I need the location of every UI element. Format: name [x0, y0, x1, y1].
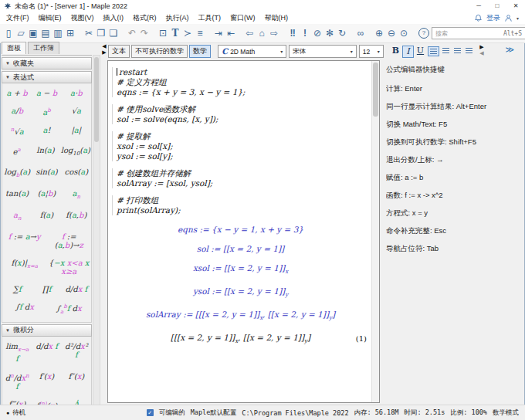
- palette-item[interactable]: ab: [32, 102, 61, 121]
- palette-item[interactable]: a!: [32, 121, 61, 141]
- search-input[interactable]: 搜索 Alt+S: [432, 27, 525, 39]
- palette-item[interactable]: ∑f: [2, 280, 32, 298]
- palette-item[interactable]: f(x)|x=a: [2, 254, 47, 280]
- mode-button-math[interactable]: 数学: [189, 45, 211, 58]
- maximize-button[interactable]: □: [488, 0, 506, 12]
- zoom-default-icon[interactable]: ⊙: [398, 25, 410, 41]
- worksheet-scrollbar[interactable]: [371, 61, 379, 402]
- debug-icon[interactable]: ✻: [323, 25, 336, 41]
- section-header-favorites[interactable]: ▼收藏夹: [2, 57, 92, 69]
- close-button[interactable]: ✕: [506, 0, 525, 12]
- palette-item[interactable]: ea: [2, 141, 31, 163]
- palette-item[interactable]: f(a,b): [62, 206, 91, 228]
- back-icon[interactable]: ⇦: [243, 25, 256, 41]
- palette-item[interactable]: log10(a): [60, 141, 91, 163]
- execute-icon[interactable]: !: [299, 25, 311, 41]
- code-line[interactable]: sol := solve(eqns, [x, y]);: [117, 114, 369, 124]
- palette-item[interactable]: ∫f dx: [2, 298, 47, 321]
- menu-item-evaluate[interactable]: 执行(A): [161, 13, 194, 23]
- minimize-button[interactable]: ─: [469, 0, 488, 12]
- tab-workbook[interactable]: 工作簿: [28, 42, 59, 54]
- code-line[interactable]: # 创建数组并存储解: [117, 168, 369, 178]
- undo-icon[interactable]: ↶: [126, 25, 138, 41]
- palette-item[interactable]: ∏f: [32, 280, 61, 298]
- expand-right-panel-icon[interactable]: ▶: [479, 44, 485, 50]
- palette-scrollbar-thumb[interactable]: [94, 57, 99, 142]
- section-header-expression[interactable]: ▼表达式: [2, 71, 92, 83]
- palette-item[interactable]: f′(x): [32, 368, 61, 395]
- italic-button[interactable]: I: [402, 46, 414, 58]
- style-dropdown[interactable]: C 2D Math ▾: [218, 45, 286, 58]
- align-justify-icon[interactable]: [428, 46, 439, 56]
- palette-item[interactable]: a + b: [2, 84, 32, 102]
- zoom-in-icon[interactable]: ⊕: [373, 25, 385, 41]
- align-left-icon[interactable]: [441, 46, 451, 55]
- home-icon[interactable]: ⌂: [256, 25, 268, 41]
- menu-item-edit[interactable]: 编辑(E): [34, 13, 66, 23]
- palette-item[interactable]: ∫abf dx: [47, 298, 92, 321]
- notifications-bell-icon[interactable]: [474, 14, 483, 22]
- indent-section-icon[interactable]: ⇥: [212, 25, 225, 41]
- palette-item[interactable]: n√a: [2, 121, 32, 141]
- code-line[interactable]: solArray := [xsol, ysol];: [117, 178, 369, 188]
- palette-item[interactable]: cos(a): [62, 163, 91, 185]
- palette-scrollbar[interactable]: [93, 55, 100, 405]
- worksheet[interactable]: restart# 定义方程组eqns := {x + y = 3, x − y …: [107, 60, 380, 403]
- code-line[interactable]: # 使用solve函数求解: [117, 104, 369, 114]
- palette-item[interactable]: a/b: [2, 102, 32, 121]
- code-line[interactable]: print(solArray);: [117, 205, 369, 215]
- code-line[interactable]: restart: [117, 67, 369, 77]
- worksheet-scrollbar-thumb[interactable]: [373, 63, 378, 117]
- new-file-icon[interactable]: ▯: [2, 25, 15, 41]
- menu-item-format[interactable]: 格式(R): [128, 13, 161, 23]
- open-file-icon[interactable]: ▱: [15, 25, 27, 41]
- export-icon[interactable]: ⊞: [64, 25, 76, 41]
- insert-section-icon[interactable]: ≡: [194, 25, 206, 41]
- help-icon[interactable]: ?: [418, 28, 429, 39]
- code-line[interactable]: # 定义方程组: [117, 77, 369, 87]
- palette-item[interactable]: f := a→y: [2, 228, 47, 254]
- execute-all-icon[interactable]: ‼: [286, 25, 299, 41]
- chevron-more-icon[interactable]: ≫: [505, 45, 514, 55]
- palette-item[interactable]: a·b: [62, 84, 91, 102]
- palette-item[interactable]: sin(a): [32, 163, 61, 185]
- palette-item[interactable]: √a: [62, 102, 91, 121]
- print-icon[interactable]: ▤: [39, 25, 52, 41]
- copy-icon[interactable]: ❐: [95, 25, 107, 41]
- underline-button[interactable]: U: [415, 46, 425, 58]
- menu-item-help[interactable]: 帮助(H): [260, 13, 293, 23]
- palette-item[interactable]: d/dx f: [62, 280, 91, 298]
- palette-item[interactable]: tan(a): [2, 185, 32, 206]
- save-icon[interactable]: ▣: [27, 25, 39, 41]
- code-line[interactable]: # 提取解: [117, 131, 369, 141]
- tab-panel[interactable]: 面板: [2, 42, 26, 54]
- mode-button-text[interactable]: 文本: [108, 45, 130, 58]
- expand-left-panel-icon[interactable]: ▶: [101, 49, 107, 56]
- palette-item[interactable]: a − b: [32, 84, 61, 102]
- palette-item[interactable]: ln(a): [31, 141, 59, 163]
- insert-text-icon[interactable]: T: [169, 25, 181, 41]
- insert-canvas-icon[interactable]: ⊡: [157, 25, 169, 41]
- login-button[interactable]: 登录: [486, 13, 500, 23]
- collapse-left-panel-icon[interactable]: ◀: [101, 43, 107, 49]
- palette-item[interactable]: d/dx f: [32, 337, 61, 368]
- mode-button-nonexec-math[interactable]: 不可执行的数学: [131, 45, 188, 58]
- font-dropdown[interactable]: 宋体 ▾: [289, 45, 356, 58]
- outdent-section-icon[interactable]: ⇤: [225, 25, 237, 41]
- worksheet-content[interactable]: restart# 定义方程组eqns := {x + y = 3, x − y …: [112, 67, 369, 402]
- palette-item[interactable]: an: [2, 206, 32, 228]
- code-line[interactable]: eqns := {x + y = 3, x − y = 1};: [117, 87, 369, 97]
- align-center-icon[interactable]: [452, 46, 462, 55]
- palette-item[interactable]: {−x x<a x x≥a: [47, 254, 92, 280]
- zoom-out-icon[interactable]: ⊖: [385, 25, 398, 41]
- palette-item[interactable]: dn/dxn f: [2, 368, 32, 395]
- palette-item[interactable]: logb(a): [2, 163, 32, 185]
- account-caret-icon[interactable]: ▾: [517, 15, 519, 21]
- code-line[interactable]: # 打印数组: [117, 195, 369, 205]
- insert-prompt-icon[interactable]: ≻: [181, 25, 194, 41]
- redo-icon[interactable]: ↷: [138, 25, 151, 41]
- menu-item-view[interactable]: 视图(V): [66, 13, 99, 23]
- cut-icon[interactable]: ✂: [83, 25, 95, 41]
- hyperlink-icon[interactable]: ∞: [354, 25, 367, 41]
- paste-icon[interactable]: ❏: [107, 25, 120, 41]
